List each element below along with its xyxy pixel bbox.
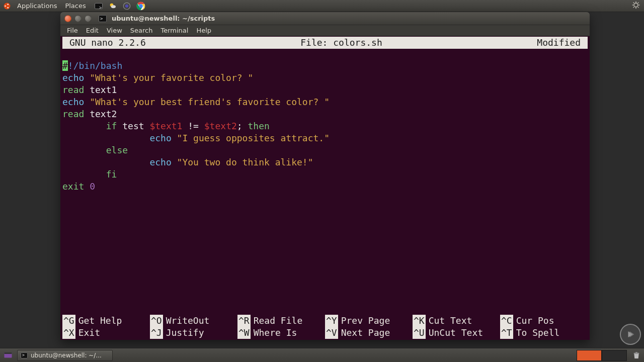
svg-point-1 (5, 5, 6, 7)
taskbar-item-label: ubuntu@newshell: ~/... (31, 352, 102, 359)
applications-menu[interactable]: Applications (15, 2, 59, 10)
svg-point-5 (111, 5, 115, 8)
desktop: ubuntu@newshell: ~/scripts File Edit Vie… (0, 12, 644, 348)
shortcut-to-spell: ^TTo Spell (500, 327, 588, 339)
play-overlay-icon (620, 324, 641, 345)
taskbar-item-terminal[interactable]: ubuntu@newshell: ~/... (17, 350, 113, 361)
menu-edit[interactable]: Edit (83, 26, 102, 35)
svg-rect-23 (635, 352, 637, 352)
svg-line-17 (638, 7, 638, 8)
editor-content[interactable]: #!/bin/bash echo "What's your favorite c… (62, 49, 588, 193)
menu-search[interactable]: Search (127, 26, 156, 35)
svg-rect-21 (5, 352, 12, 354)
nano-file-label: File: colors.sh (146, 37, 537, 49)
chrome-icon[interactable] (136, 2, 145, 11)
menu-bar: File Edit View Search Terminal Help (60, 25, 590, 36)
svg-line-19 (633, 7, 634, 8)
shortcut-get-help: ^GGet Help (62, 315, 150, 327)
shortcut-prev-page: ^YPrev Page (325, 315, 413, 327)
color-icon[interactable] (122, 2, 131, 11)
svg-point-3 (7, 7, 9, 8)
menu-terminal[interactable]: Terminal (157, 26, 192, 35)
top-panel: Applications Places > (0, 0, 644, 12)
shortcut-uncut-text: ^UUnCut Text (413, 327, 500, 339)
system-menu[interactable] (632, 1, 640, 11)
shortcut-cut-text: ^KCut Text (413, 315, 500, 327)
shortcut-cur-pos: ^CCur Pos (500, 315, 588, 327)
svg-rect-22 (634, 352, 639, 353)
maximize-button[interactable] (85, 15, 92, 22)
weather-icon[interactable] (108, 2, 117, 11)
svg-line-16 (633, 3, 634, 3)
ubuntu-logo-icon[interactable] (3, 2, 11, 10)
nano-header: GNU nano 2.2.6 File: colors.sh Modified (62, 37, 588, 49)
nano-app-name: GNU nano 2.2.6 (64, 37, 146, 49)
cursor: # (62, 60, 68, 71)
terminal-viewport[interactable]: GNU nano 2.2.6 File: colors.sh Modified … (60, 36, 590, 340)
svg-point-11 (634, 3, 638, 7)
svg-point-2 (7, 4, 9, 5)
shortcut-writeout: ^OWriteOut (150, 315, 237, 327)
workspace-2[interactable] (602, 350, 627, 361)
menu-view[interactable]: View (103, 26, 126, 35)
menu-help[interactable]: Help (193, 26, 215, 35)
shortcut-justify: ^JJustify (150, 327, 237, 339)
workspace-1[interactable] (577, 350, 602, 361)
places-menu[interactable]: Places (63, 2, 88, 10)
bottom-panel: ubuntu@newshell: ~/... (0, 348, 644, 362)
close-button[interactable] (64, 15, 71, 22)
nano-shortcuts: ^GGet Help ^OWriteOut ^RRead File ^YPrev… (62, 315, 588, 339)
nano-status: Modified (537, 37, 586, 49)
shortcut-exit: ^XExit (62, 327, 150, 339)
shortcut-read-file: ^RRead File (237, 315, 325, 327)
minimize-button[interactable] (74, 15, 82, 22)
svg-point-7 (125, 4, 128, 8)
shortcut-next-page: ^VNext Page (325, 327, 413, 339)
window-titlebar[interactable]: ubuntu@newshell: ~/scripts (60, 12, 590, 25)
workspace-switcher[interactable] (577, 350, 627, 361)
menu-file[interactable]: File (63, 26, 82, 35)
window-title: ubuntu@newshell: ~/scripts (112, 15, 215, 22)
trash-icon[interactable] (632, 350, 641, 360)
shortcut-where-is: ^WWhere Is (237, 327, 325, 339)
terminal-icon[interactable]: > (94, 2, 103, 11)
terminal-icon (99, 15, 107, 22)
terminal-window: ubuntu@newshell: ~/scripts File Edit Vie… (60, 12, 590, 340)
svg-line-18 (638, 3, 638, 3)
show-desktop-button[interactable] (2, 350, 14, 361)
terminal-icon (21, 352, 28, 358)
